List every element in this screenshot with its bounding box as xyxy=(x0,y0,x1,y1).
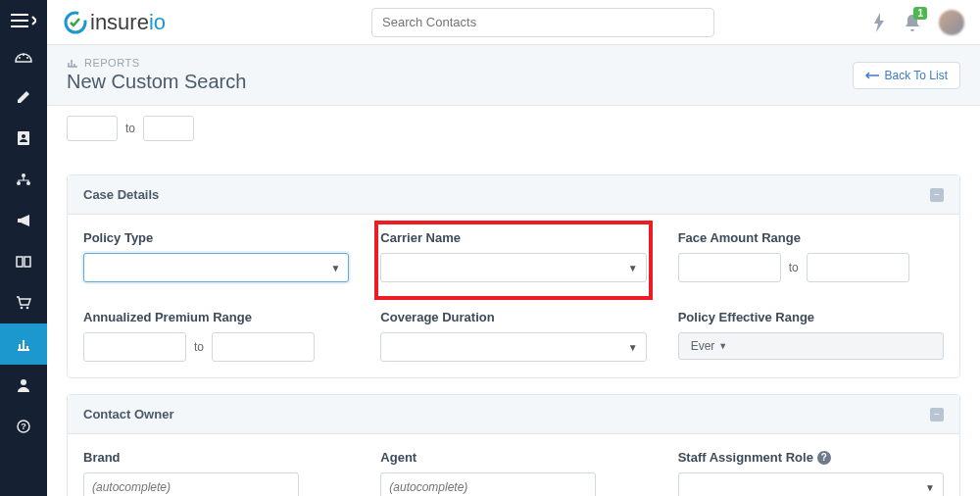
sidebar-item-cart[interactable] xyxy=(0,282,47,323)
sidebar-item-dashboard[interactable] xyxy=(0,35,47,76)
prior-range-row: to xyxy=(67,106,960,159)
sidebar-item-help[interactable]: ? xyxy=(0,406,47,447)
carrier-name-select[interactable]: ▼ xyxy=(380,253,646,282)
sidebar-item-marketing[interactable] xyxy=(0,200,47,241)
collapse-icon[interactable]: − xyxy=(930,188,944,202)
annualized-premium-label: Annualized Premium Range xyxy=(83,310,349,324)
brand-label: Brand xyxy=(83,450,349,465)
svg-point-4 xyxy=(22,134,25,138)
svg-point-6 xyxy=(17,181,21,185)
panel-case-details: Case Details − Policy Type ▼ Carrier Nam… xyxy=(67,174,960,378)
notification-badge: 1 xyxy=(913,7,927,20)
brand-input[interactable] xyxy=(83,472,299,496)
search-input[interactable] xyxy=(371,8,714,37)
coverage-duration-label: Coverage Duration xyxy=(380,310,646,324)
menu-icon xyxy=(11,14,36,27)
range-from-input[interactable] xyxy=(67,116,118,141)
svg-point-5 xyxy=(22,174,25,177)
premium-from-input[interactable] xyxy=(83,332,186,362)
agent-input[interactable] xyxy=(380,472,596,496)
breadcrumb: REPORTS xyxy=(67,57,246,69)
page-title: New Custom Search xyxy=(67,71,246,93)
logo[interactable]: insureio xyxy=(63,10,166,35)
arrow-left-icon xyxy=(865,72,879,79)
org-icon xyxy=(16,173,31,186)
sidebar-item-org[interactable] xyxy=(0,159,47,200)
policy-type-select[interactable]: ▼ xyxy=(83,253,349,282)
svg-point-0 xyxy=(19,57,21,59)
avatar[interactable] xyxy=(939,10,964,35)
cart-icon xyxy=(16,296,31,310)
chevron-down-icon: ▼ xyxy=(330,263,340,273)
sidebar-item-user[interactable] xyxy=(0,365,47,406)
sidebar-item-reports[interactable] xyxy=(0,323,47,365)
svg-point-10 xyxy=(21,379,26,385)
panel-head: Case Details − xyxy=(68,175,959,215)
content: to Case Details − Policy Type ▼ Carri xyxy=(47,106,980,496)
page-header: REPORTS New Custom Search Back To List xyxy=(47,45,980,106)
chevron-down-icon: ▼ xyxy=(718,341,727,351)
gauge-icon xyxy=(15,49,32,63)
menu-toggle[interactable] xyxy=(0,6,47,35)
sidebar-item-contact[interactable] xyxy=(0,118,47,159)
pencil-icon xyxy=(17,90,30,104)
chevron-down-icon: ▼ xyxy=(925,482,935,493)
book-icon xyxy=(16,256,31,268)
address-card-icon xyxy=(17,130,30,146)
to-label: to xyxy=(192,340,206,354)
panel-title: Case Details xyxy=(83,187,159,202)
svg-point-9 xyxy=(26,307,29,310)
svg-point-1 xyxy=(23,54,24,56)
help-icon[interactable]: ? xyxy=(817,451,831,465)
to-label: to xyxy=(123,122,137,135)
collapse-icon[interactable]: − xyxy=(930,408,944,422)
logo-text-b: io xyxy=(149,10,166,35)
svg-point-8 xyxy=(21,307,24,310)
agent-label: Agent xyxy=(380,450,646,465)
chevron-down-icon: ▼ xyxy=(628,342,638,353)
face-amount-label: Face Amount Range xyxy=(678,230,944,245)
sidebar-item-edit[interactable] xyxy=(0,76,47,118)
face-amount-from-input[interactable] xyxy=(678,253,781,282)
panel-contact-owner: Contact Owner − Brand Agent xyxy=(67,394,960,496)
carrier-name-label: Carrier Name xyxy=(380,230,646,245)
bar-chart-icon xyxy=(17,337,30,351)
user-icon xyxy=(17,378,30,392)
logo-icon xyxy=(63,10,88,35)
policy-effective-dropdown[interactable]: Ever ▼ xyxy=(678,332,944,360)
chevron-down-icon: ▼ xyxy=(628,263,638,273)
panel-title: Contact Owner xyxy=(83,407,173,422)
svg-point-2 xyxy=(26,57,28,59)
premium-to-input[interactable] xyxy=(212,332,315,362)
face-amount-to-input[interactable] xyxy=(807,253,909,282)
range-to-input[interactable] xyxy=(143,116,194,141)
bolt-icon[interactable] xyxy=(872,13,886,32)
policy-type-label: Policy Type xyxy=(83,230,349,245)
bar-chart-icon xyxy=(67,58,78,68)
megaphone-icon xyxy=(16,214,31,227)
policy-effective-label: Policy Effective Range xyxy=(678,310,944,324)
coverage-duration-select[interactable]: ▼ xyxy=(380,332,646,362)
svg-point-7 xyxy=(26,181,30,185)
question-icon: ? xyxy=(17,420,30,433)
staff-role-select[interactable]: ▼ xyxy=(678,472,944,496)
topbar: insureio 1 xyxy=(47,0,980,45)
panel-head: Contact Owner − xyxy=(68,395,959,434)
logo-text-a: insure xyxy=(90,10,149,35)
to-label: to xyxy=(787,261,801,274)
sidebar: ? xyxy=(0,0,47,496)
main: insureio 1 REPORTS New Custom Search xyxy=(47,0,980,496)
notifications-button[interactable]: 1 xyxy=(904,13,921,32)
sidebar-item-book[interactable] xyxy=(0,241,47,282)
back-to-list-button[interactable]: Back To List xyxy=(853,62,960,89)
svg-text:?: ? xyxy=(21,422,26,431)
staff-role-label: Staff Assignment Role ? xyxy=(678,450,944,465)
